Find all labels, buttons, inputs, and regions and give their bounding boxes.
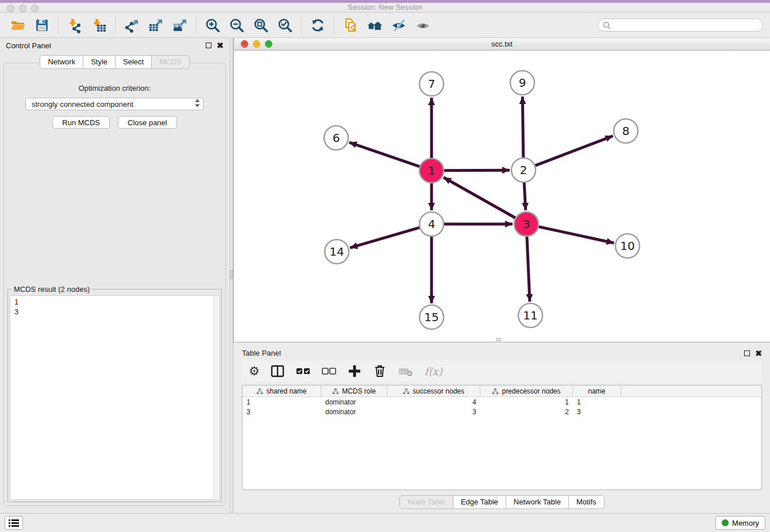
zoom-in-button[interactable] bbox=[201, 14, 225, 36]
node-label-4: 4 bbox=[428, 217, 436, 231]
search-input[interactable] bbox=[613, 21, 758, 29]
network-canvas[interactable]: 1234678910111415 bbox=[234, 51, 770, 342]
toolbar-separator bbox=[58, 16, 59, 34]
edge-3-10[interactable] bbox=[539, 227, 614, 243]
edge-3-11[interactable] bbox=[527, 237, 530, 302]
edge-1-6[interactable] bbox=[349, 142, 419, 167]
cell-successor-nodes[interactable]: 3 bbox=[387, 408, 480, 416]
column-header-successor-nodes[interactable]: successor nodes bbox=[387, 385, 480, 396]
cell-shared-name[interactable]: 1 bbox=[242, 398, 321, 406]
task-history-button[interactable] bbox=[5, 516, 23, 530]
close-panel-button[interactable]: Close panel bbox=[118, 116, 177, 129]
delete-column-button[interactable] bbox=[372, 363, 388, 380]
edge-1-2[interactable] bbox=[444, 170, 510, 171]
cell-MCDS-role[interactable]: dominator bbox=[321, 408, 387, 416]
search-field[interactable] bbox=[598, 18, 763, 32]
export-network-button[interactable] bbox=[120, 14, 144, 36]
table-row[interactable]: 1dominator411 bbox=[242, 397, 761, 407]
window-zoom-button[interactable] bbox=[31, 5, 38, 12]
table-settings-button[interactable]: ⚙ bbox=[249, 363, 260, 380]
refresh-button[interactable] bbox=[306, 14, 330, 36]
tab-node-table[interactable]: Node Table bbox=[399, 495, 453, 509]
column-header-predecessor-nodes[interactable]: predecessor nodes bbox=[480, 385, 573, 396]
optimization-criterion-label: Optimization criterion: bbox=[4, 84, 225, 92]
tab-network-table[interactable]: Network Table bbox=[506, 495, 569, 509]
splitter-handle[interactable] bbox=[230, 270, 233, 279]
run-mcds-button[interactable]: Run MCDS bbox=[52, 116, 110, 129]
zoom-out-icon bbox=[229, 17, 245, 33]
network-close-button[interactable]: ✕ bbox=[241, 40, 248, 48]
mcds-result-fieldset: MCDS result (2 nodes) 13 bbox=[7, 285, 222, 502]
network-minimize-button[interactable]: − bbox=[253, 40, 260, 48]
column-header-label: predecessor nodes bbox=[502, 387, 560, 395]
node-table: shared nameMCDS rolesuccessor nodesprede… bbox=[242, 385, 762, 490]
table-row[interactable]: 3dominator323 bbox=[242, 407, 761, 417]
table-panel-title: Table Panel bbox=[242, 349, 281, 357]
memory-button[interactable]: Memory bbox=[715, 516, 765, 530]
edge-2-3[interactable] bbox=[524, 183, 526, 210]
close-panel-icon[interactable]: ✖ bbox=[217, 43, 224, 48]
tab-motifs[interactable]: Motifs bbox=[568, 495, 605, 509]
column-type-icon bbox=[403, 388, 410, 395]
edge-2-8[interactable] bbox=[536, 136, 613, 166]
horizontal-splitter[interactable] bbox=[233, 342, 770, 346]
float-panel-icon[interactable] bbox=[206, 43, 211, 48]
function-builder-button[interactable]: f(x) bbox=[425, 363, 442, 380]
tab-mcds[interactable]: MCDS bbox=[151, 55, 189, 69]
show-panel-button[interactable] bbox=[411, 14, 435, 36]
export-network-icon bbox=[124, 17, 140, 33]
delete-table-button[interactable] bbox=[398, 363, 415, 380]
open-session-button[interactable] bbox=[6, 14, 30, 36]
export-table-icon bbox=[148, 17, 164, 33]
tab-style[interactable]: Style bbox=[83, 55, 116, 69]
result-line: 3 bbox=[14, 307, 211, 317]
tab-select[interactable]: Select bbox=[115, 55, 152, 69]
cell-shared-name[interactable]: 3 bbox=[242, 408, 321, 416]
table-panel: Table Panel ✖ ⚙ bbox=[233, 346, 770, 513]
result-scrollbar[interactable] bbox=[213, 296, 218, 499]
network-maximize-button[interactable]: + bbox=[265, 40, 272, 48]
cell-name[interactable]: 3 bbox=[573, 408, 621, 416]
edge-2-9[interactable] bbox=[522, 97, 523, 157]
vertical-splitter[interactable] bbox=[229, 38, 233, 513]
node-label-2: 2 bbox=[520, 163, 528, 177]
cell-predecessor-nodes[interactable]: 2 bbox=[480, 408, 573, 416]
column-header-name[interactable]: name bbox=[573, 385, 621, 396]
select-all-columns-button[interactable] bbox=[295, 363, 311, 380]
cell-predecessor-nodes[interactable]: 1 bbox=[480, 398, 573, 406]
cell-name[interactable]: 1 bbox=[573, 398, 621, 406]
home-network-button[interactable] bbox=[363, 14, 387, 36]
criterion-select[interactable]: strongly connected component bbox=[25, 98, 204, 110]
export-image-button[interactable] bbox=[168, 14, 192, 36]
split-columns-button[interactable] bbox=[270, 363, 286, 380]
float-table-panel-icon[interactable] bbox=[744, 350, 750, 356]
node-label-10: 10 bbox=[620, 239, 634, 253]
close-table-panel-icon[interactable]: ✖ bbox=[755, 350, 762, 356]
export-table-button[interactable] bbox=[144, 14, 168, 36]
zoom-out-button[interactable] bbox=[225, 14, 249, 36]
cell-MCDS-role[interactable]: dominator bbox=[321, 398, 387, 406]
save-session-button[interactable] bbox=[30, 14, 54, 36]
refresh-icon bbox=[310, 17, 326, 33]
canvas-scroll-handle[interactable] bbox=[496, 338, 501, 341]
add-column-button[interactable] bbox=[347, 363, 362, 380]
export-image-icon bbox=[172, 17, 188, 33]
column-header-shared-name[interactable]: shared name bbox=[242, 385, 321, 396]
select-all-icon bbox=[295, 363, 311, 379]
tab-network[interactable]: Network bbox=[40, 55, 83, 69]
tab-edge-table[interactable]: Edge Table bbox=[453, 495, 506, 509]
window-close-button[interactable] bbox=[7, 5, 14, 12]
import-table-button[interactable] bbox=[87, 14, 111, 36]
edge-4-14[interactable] bbox=[350, 228, 419, 248]
zoom-selected-button[interactable] bbox=[273, 14, 297, 36]
zoom-fit-button[interactable] bbox=[249, 14, 273, 36]
deselect-all-columns-button[interactable] bbox=[321, 363, 337, 380]
column-header-MCDS-role[interactable]: MCDS role bbox=[321, 385, 387, 396]
mcds-result-list[interactable]: 13 bbox=[10, 295, 220, 500]
cell-successor-nodes[interactable]: 4 bbox=[387, 398, 480, 406]
edge-3-1[interactable] bbox=[444, 178, 515, 218]
hide-panel-button[interactable] bbox=[387, 14, 411, 36]
copy-network-button[interactable] bbox=[338, 14, 363, 36]
window-minimize-button[interactable] bbox=[19, 5, 26, 12]
import-network-button[interactable] bbox=[63, 14, 87, 36]
